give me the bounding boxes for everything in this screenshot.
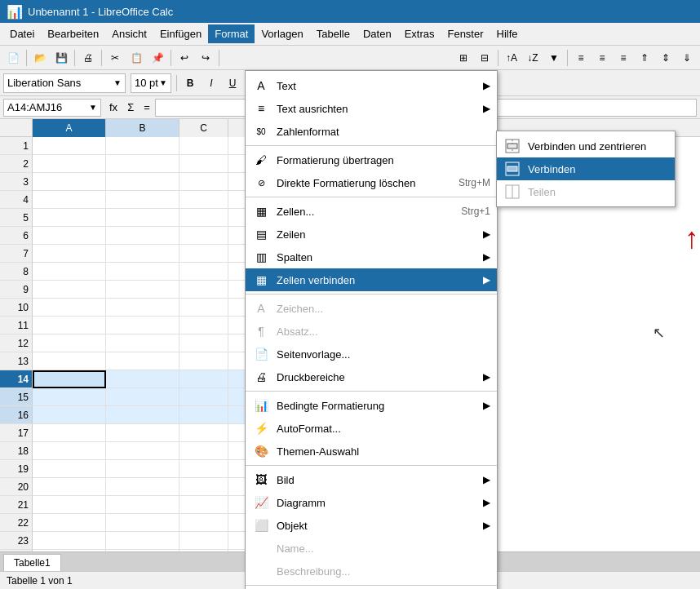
copy-button[interactable]: 📋 bbox=[126, 48, 146, 68]
format-menu-image[interactable]: 🖼 Bild ▶ bbox=[246, 468, 497, 491]
cell-b16[interactable] bbox=[106, 406, 179, 424]
row-num-5[interactable]: 5 bbox=[0, 209, 33, 227]
format-menu-text[interactable]: A Text ▶ bbox=[246, 74, 497, 97]
menu-extras[interactable]: Extras bbox=[398, 24, 441, 43]
format-menu-chart[interactable]: 📈 Diagramm ▶ bbox=[246, 491, 497, 514]
row-num-8[interactable]: 8 bbox=[0, 263, 33, 281]
cell-a11[interactable] bbox=[33, 317, 106, 334]
cell-b22[interactable] bbox=[106, 514, 179, 532]
cell-b9[interactable] bbox=[106, 281, 179, 299]
menu-ansicht[interactable]: Ansicht bbox=[105, 24, 153, 43]
equals-button[interactable]: = bbox=[139, 100, 155, 115]
paste-button[interactable]: 📌 bbox=[148, 48, 167, 68]
cell-c14[interactable] bbox=[179, 370, 228, 388]
print-button[interactable]: 🖨 bbox=[78, 48, 98, 68]
sheet-tab-1[interactable]: Tabelle1 bbox=[3, 554, 61, 571]
menu-einfuegen[interactable]: Einfügen bbox=[153, 24, 208, 43]
cell-b1[interactable] bbox=[106, 137, 179, 155]
cell-c1[interactable] bbox=[179, 137, 228, 155]
font-name-box[interactable]: Liberation Sans ▼ bbox=[3, 73, 126, 93]
undo-button[interactable]: ↩ bbox=[175, 48, 194, 68]
cell-a2[interactable] bbox=[33, 155, 106, 173]
cell-c23[interactable] bbox=[179, 532, 228, 550]
row-num-6[interactable]: 6 bbox=[0, 227, 33, 245]
cell-b6[interactable] bbox=[106, 227, 179, 245]
format-menu-cells[interactable]: ▦ Zellen... Strg+1 bbox=[246, 200, 497, 223]
format-menu-print-areas[interactable]: 🖨 Druckbereiche ▶ bbox=[246, 365, 497, 388]
cell-a10[interactable] bbox=[33, 299, 106, 317]
format-menu-rows[interactable]: ▤ Zeilen ▶ bbox=[246, 223, 497, 246]
align-right-button[interactable]: ≡ bbox=[614, 48, 633, 68]
cell-a13[interactable] bbox=[33, 352, 106, 370]
cell-a6[interactable] bbox=[33, 227, 106, 245]
underline-button[interactable]: U bbox=[223, 73, 242, 93]
cell-a7[interactable] bbox=[33, 245, 106, 263]
cell-c4[interactable] bbox=[179, 191, 228, 209]
cut-button[interactable]: ✂ bbox=[105, 48, 125, 68]
cell-a19[interactable] bbox=[33, 460, 106, 478]
open-button[interactable]: 📂 bbox=[30, 48, 50, 68]
row-num-12[interactable]: 12 bbox=[0, 334, 33, 352]
cell-c11[interactable] bbox=[179, 317, 228, 334]
col-header-a[interactable]: A bbox=[33, 119, 106, 137]
sum-button[interactable]: Σ bbox=[122, 100, 139, 115]
italic-button[interactable]: I bbox=[202, 73, 221, 93]
format-menu-page-style[interactable]: 📄 Seitenvorlage... bbox=[246, 343, 497, 365]
cell-c15[interactable] bbox=[179, 388, 228, 406]
cell-b21[interactable] bbox=[106, 496, 179, 514]
new-button[interactable]: 📄 bbox=[3, 48, 23, 68]
format-menu-autoformat[interactable]: ⚡ AutoFormat... bbox=[246, 417, 497, 440]
cell-a8[interactable] bbox=[33, 263, 106, 281]
row-num-22[interactable]: 22 bbox=[0, 514, 33, 532]
row-num-15[interactable]: 15 bbox=[0, 388, 33, 406]
cell-b15[interactable] bbox=[106, 388, 179, 406]
cell-c8[interactable] bbox=[179, 263, 228, 281]
format-menu-text-align[interactable]: ≡ Text ausrichten ▶ bbox=[246, 97, 497, 120]
cell-a15[interactable] bbox=[33, 388, 106, 406]
menu-datei[interactable]: Datei bbox=[3, 24, 41, 43]
merge-button[interactable]: ⊟ bbox=[475, 48, 494, 68]
menu-vorlagen[interactable]: Vorlagen bbox=[255, 24, 309, 43]
cell-b3[interactable] bbox=[106, 173, 179, 191]
cell-c3[interactable] bbox=[179, 173, 228, 191]
cell-b4[interactable] bbox=[106, 191, 179, 209]
cell-a9[interactable] bbox=[33, 281, 106, 299]
bold-button[interactable]: B bbox=[180, 73, 200, 93]
cell-a3[interactable] bbox=[33, 173, 106, 191]
row-num-23[interactable]: 23 bbox=[0, 532, 33, 550]
menu-tabelle[interactable]: Tabelle bbox=[310, 24, 357, 43]
cell-a1[interactable] bbox=[33, 137, 106, 155]
cell-b14[interactable] bbox=[106, 370, 179, 388]
save-button[interactable]: 💾 bbox=[51, 48, 71, 68]
cell-b5[interactable] bbox=[106, 209, 179, 227]
cell-c21[interactable] bbox=[179, 496, 228, 514]
row-num-10[interactable]: 10 bbox=[0, 299, 33, 317]
border-button[interactable]: ⊞ bbox=[454, 48, 473, 68]
cell-c16[interactable] bbox=[179, 406, 228, 424]
cell-c10[interactable] bbox=[179, 299, 228, 317]
cell-b18[interactable] bbox=[106, 442, 179, 460]
cell-b12[interactable] bbox=[106, 334, 179, 352]
function-wizard-button[interactable]: fx bbox=[104, 100, 122, 115]
row-num-1[interactable]: 1 bbox=[0, 137, 33, 155]
align-top-button[interactable]: ⇑ bbox=[635, 48, 654, 68]
cell-c9[interactable] bbox=[179, 281, 228, 299]
sort-desc-button[interactable]: ↓Z bbox=[523, 48, 543, 68]
corner-cell[interactable] bbox=[0, 119, 33, 137]
row-num-17[interactable]: 17 ↑ bbox=[0, 424, 33, 442]
row-num-20[interactable]: 20 bbox=[0, 478, 33, 496]
cell-b2[interactable] bbox=[106, 155, 179, 173]
cell-a12[interactable] bbox=[33, 334, 106, 352]
merge-item[interactable]: Verbinden bbox=[497, 157, 675, 180]
merge-center-item[interactable]: Verbinden und zentrieren bbox=[497, 135, 675, 157]
row-num-3[interactable]: 3 bbox=[0, 173, 33, 191]
row-num-11[interactable]: 11 bbox=[0, 317, 33, 334]
cell-a17[interactable] bbox=[33, 424, 106, 442]
format-menu-cols[interactable]: ▥ Spalten ▶ bbox=[246, 246, 497, 268]
cell-a23[interactable] bbox=[33, 532, 106, 550]
cell-a21[interactable] bbox=[33, 496, 106, 514]
cell-c5[interactable] bbox=[179, 209, 228, 227]
format-menu-conditional[interactable]: 📊 Bedingte Formatierung ▶ bbox=[246, 394, 497, 417]
cell-a18[interactable] bbox=[33, 442, 106, 460]
cell-c17[interactable] bbox=[179, 424, 228, 442]
